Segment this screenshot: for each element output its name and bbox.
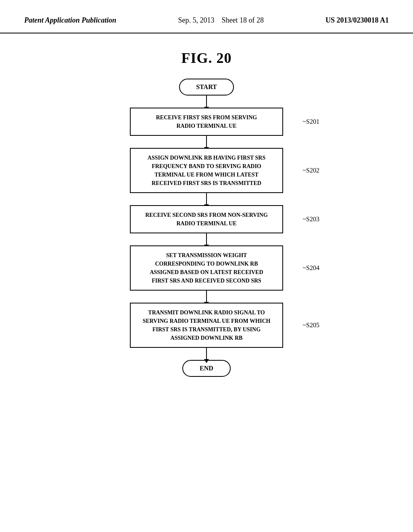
step-s204-label: ~S204 [302,264,319,272]
publication-date: Sep. 5, 2013 [178,16,214,24]
step-s205-box: TRANSMIT DOWNLINK RADIO SIGNAL TOSERVING… [130,303,283,348]
step-s203-label: ~S203 [302,216,319,223]
patent-number: US 2013/0230018 A1 [325,16,389,25]
step-s202-box: ASSIGN DOWNLINK RB HAVING FIRST SRSFREQU… [130,148,283,193]
start-node: START [179,79,234,96]
main-content: FIG. 20 START RECEIVE FIRST SRS FROM SER… [0,33,413,377]
sheet-info: Sheet 18 of 28 [221,16,263,24]
step-s204-box: SET TRANSMISSION WEIGHTCORRESPONDING TO … [130,245,283,291]
arrow-1 [206,96,207,108]
step-s201-label: ~S201 [302,118,319,125]
arrow-2 [206,136,207,148]
figure-title: FIG. 20 [181,50,232,66]
step-s202-label: ~S202 [302,167,319,174]
arrow-6 [206,348,207,360]
step-s205-label: ~S205 [302,322,319,329]
date-sheet: Sep. 5, 2013 Sheet 18 of 28 [178,16,263,25]
arrow-5 [206,291,207,303]
flowchart: START RECEIVE FIRST SRS FROM SERVINGRADI… [130,79,283,377]
step-s201-box: RECEIVE FIRST SRS FROM SERVINGRADIO TERM… [130,108,283,136]
step-s203-box: RECEIVE SECOND SRS FROM NON-SERVINGRADIO… [130,205,283,233]
step-row-s205: TRANSMIT DOWNLINK RADIO SIGNAL TOSERVING… [130,303,283,348]
publication-label: Patent Application Publication [24,16,116,25]
page-header: Patent Application Publication Sep. 5, 2… [0,0,413,33]
step-row-s204: SET TRANSMISSION WEIGHTCORRESPONDING TO … [130,245,283,291]
arrow-4 [206,233,207,245]
step-row-s203: RECEIVE SECOND SRS FROM NON-SERVINGRADIO… [130,205,283,233]
step-row-s202: ASSIGN DOWNLINK RB HAVING FIRST SRSFREQU… [130,148,283,193]
step-row-s201: RECEIVE FIRST SRS FROM SERVINGRADIO TERM… [130,108,283,136]
arrow-3 [206,193,207,205]
